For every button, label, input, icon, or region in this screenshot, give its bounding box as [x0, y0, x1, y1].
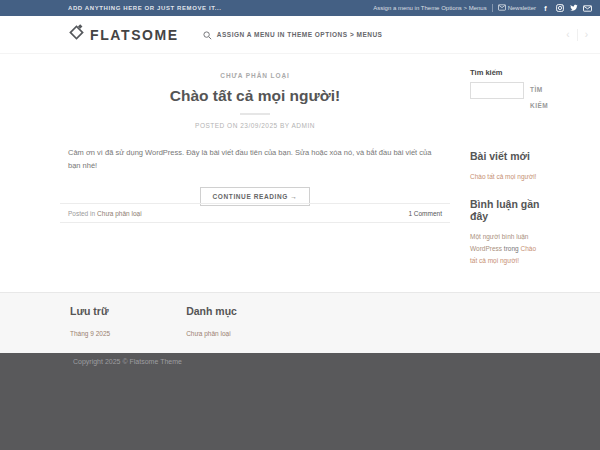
- archive-link[interactable]: Tháng 9 2025: [70, 330, 110, 337]
- search-submit-button[interactable]: TÌM KIẾM: [530, 82, 548, 114]
- topbar-right: Assign a menu in Theme Options > Menus N…: [373, 4, 592, 13]
- blog-post-preview: CHƯA PHÂN LOẠI Chào tất cả mọi người! PO…: [60, 64, 450, 206]
- recent-post-link[interactable]: Chào tất cả mọi người!: [470, 171, 542, 182]
- posted-in-category-link[interactable]: Chưa phân loại: [97, 210, 141, 217]
- header-nav-hint-label: ASSIGN A MENU IN THEME OPTIONS > MENUS: [217, 31, 383, 38]
- absolute-footer: Copyright 2025 © Flatsome Theme: [0, 353, 600, 450]
- categories-title: Danh mục: [186, 305, 237, 317]
- comments-count-link[interactable]: 1 Comment: [408, 210, 442, 217]
- chevron-left-icon[interactable]: ‹: [566, 30, 569, 40]
- footer-widgets: Lưu trữ Tháng 9 2025 Danh mục Chưa phân …: [0, 292, 600, 353]
- archives-title: Lưu trữ: [70, 305, 110, 317]
- archives-widget: Lưu trữ Tháng 9 2025: [70, 305, 110, 353]
- post-category-link[interactable]: CHƯA PHÂN LOẠI: [220, 72, 289, 79]
- search-widget-title: Tìm kiếm: [470, 68, 542, 77]
- recent-comment-item: Một người bình luận WordPress trong Chào…: [470, 231, 542, 267]
- post-meta: POSTED ON 23/09/2025 BY ADMIN: [60, 122, 450, 129]
- sidebar: Tìm kiếm TÌM KIẾM Bài viết mới Chào tất …: [470, 68, 542, 267]
- flatsome-logo-icon: [68, 24, 85, 45]
- post-excerpt: Cảm ơn vì đã sử dụng WordPress. Đây là b…: [60, 146, 450, 172]
- post-title[interactable]: Chào tất cả mọi người!: [60, 87, 450, 105]
- title-divider: [240, 113, 270, 115]
- main-content: CHƯA PHÂN LOẠI Chào tất cả mọi người! PO…: [0, 54, 600, 292]
- site-header: FLATSOME ASSIGN A MENU IN THEME OPTIONS …: [0, 16, 600, 54]
- envelope-icon: [498, 4, 506, 12]
- copyright-text: Copyright 2025 © Flatsome Theme: [73, 358, 600, 365]
- search-input[interactable]: [470, 82, 524, 99]
- categories-widget: Danh mục Chưa phân loại: [186, 305, 237, 353]
- posted-in-label: Posted in: [68, 210, 95, 217]
- topbar-message: ADD ANYTHING HERE OR JUST REMOVE IT...: [68, 5, 222, 11]
- newsletter-link[interactable]: Newsletter: [498, 4, 536, 12]
- chevron-right-icon[interactable]: ›: [585, 30, 588, 40]
- topbar: ADD ANYTHING HERE OR JUST REMOVE IT... A…: [0, 0, 600, 16]
- site-logo-text: FLATSOME: [90, 27, 179, 43]
- header-nav-hint[interactable]: ASSIGN A MENU IN THEME OPTIONS > MENUS: [203, 26, 383, 44]
- recent-posts-title: Bài viết mới: [470, 150, 542, 162]
- divider: [492, 4, 493, 12]
- instagram-icon[interactable]: [555, 4, 564, 13]
- site-logo[interactable]: FLATSOME: [68, 24, 179, 45]
- recent-comments-title: Bình luận gần đây: [470, 198, 542, 222]
- newsletter-label: Newsletter: [508, 5, 536, 11]
- entry-meta-bar: Posted in Chưa phân loại 1 Comment: [60, 203, 450, 223]
- email-icon[interactable]: [583, 4, 592, 13]
- topbar-menu-hint-link[interactable]: Assign a menu in Theme Options > Menus: [373, 5, 486, 11]
- divider: [577, 29, 578, 41]
- flatsome-blog-page: ADD ANYTHING HERE OR JUST REMOVE IT... A…: [0, 0, 600, 450]
- recent-posts-widget: Bài viết mới Chào tất cả mọi người!: [470, 150, 542, 182]
- search-form: TÌM KIẾM: [470, 82, 542, 114]
- header-right-controls: ‹ ›: [566, 29, 588, 41]
- comment-connector: trong: [502, 245, 520, 252]
- twitter-icon[interactable]: [569, 4, 578, 13]
- recent-comments-widget: Bình luận gần đây Một người bình luận Wo…: [470, 198, 542, 267]
- category-link[interactable]: Chưa phân loại: [186, 330, 237, 337]
- facebook-icon[interactable]: f: [541, 4, 550, 13]
- search-icon[interactable]: [203, 26, 212, 44]
